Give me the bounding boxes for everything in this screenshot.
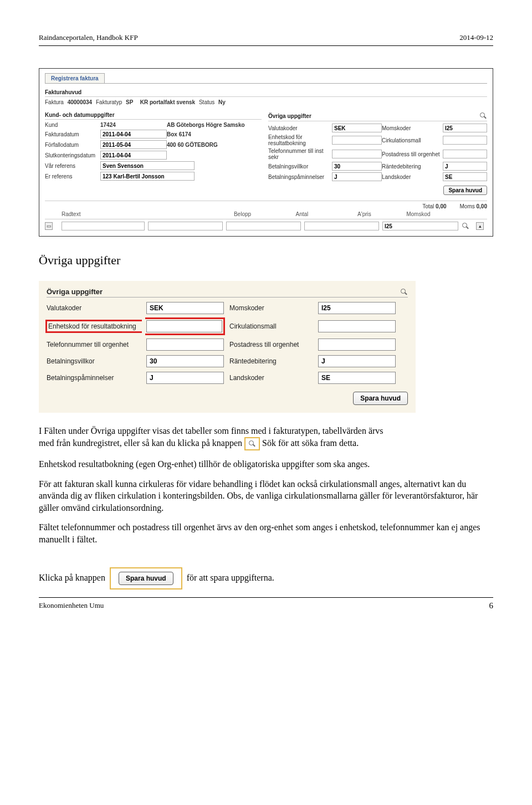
p2-tel-label: Telefonnummer till orgenhet — [47, 341, 141, 348]
p2-betpamin-input[interactable] — [146, 372, 224, 384]
betvillkor-input[interactable] — [332, 162, 382, 171]
footer-divider — [39, 597, 493, 598]
tab-registrera-faktura[interactable]: Registrera faktura — [45, 73, 105, 83]
betpamin-input[interactable] — [332, 172, 382, 181]
p2-tel-input[interactable] — [146, 339, 224, 351]
erref-input[interactable] — [100, 172, 195, 181]
total-value: 0,00 — [436, 203, 446, 209]
spara-huvud-button[interactable]: Spara huvud — [443, 186, 487, 195]
p2-momskoder-label: Momskoder — [229, 304, 313, 312]
radtext-input[interactable] — [62, 222, 145, 230]
total-label: Total — [422, 203, 434, 209]
kund-section-heading: Kund- och datumuppgifter — [45, 112, 262, 120]
fakturadatum-label: Fakturadatum — [45, 131, 100, 137]
body-paragraph-2: Enhetskod resultatbokning (egen Org-enhe… — [39, 458, 493, 470]
cirkmall-label: Cirkulationsmall — [382, 137, 443, 143]
body-paragraph-5: Klicka på knappen Spara huvud för att sp… — [39, 567, 493, 589]
erref-label: Er referens — [45, 173, 100, 180]
row-handle-icon[interactable]: ▭ — [45, 222, 53, 230]
postadr-label: Postadress till orgenhet — [382, 151, 443, 157]
p2-cirkmall-input[interactable] — [318, 320, 396, 332]
p2-landskoder-label: Landskoder — [229, 374, 313, 382]
line-table-header: Radtext Belopp Antal A'pris Momskod — [45, 209, 487, 219]
tel-inst-label: Telefonnummer till inst sekr — [268, 148, 332, 160]
inline-spara-huvud-button[interactable]: Spara huvud — [119, 572, 173, 585]
panel2-title: Övriga uppgifter — [47, 288, 103, 296]
betpamin-label: Betalningspåminnelser — [268, 174, 332, 180]
slutkont-input[interactable] — [100, 151, 167, 160]
forfallodatum-input[interactable] — [100, 140, 167, 149]
body-paragraph-3: För att fakturan skall kunna cirkuleras … — [39, 478, 493, 514]
p2-postadr-label: Postadress till orgenhet — [229, 341, 313, 348]
enhetskod-label: Enhetskod för resultatbokning — [268, 134, 332, 146]
landskoder-input[interactable] — [443, 172, 487, 181]
kund-adr2: 400 60 GÖTEBORG — [167, 142, 255, 148]
tel-inst-input[interactable] — [332, 150, 382, 158]
footer-left: Ekonomienheten Umu — [39, 601, 104, 611]
doc-date: 2014-09-12 — [459, 33, 493, 42]
momskoder-input[interactable] — [443, 124, 487, 132]
p2-betvillkor-label: Betalningsvillkor — [47, 357, 141, 365]
p2-betpamin-label: Betalningspåminnelser — [47, 374, 141, 382]
header-divider — [39, 45, 493, 46]
row-search-icon[interactable] — [462, 222, 469, 230]
page-number: 6 — [489, 601, 494, 611]
search-icon[interactable] — [479, 112, 487, 120]
fakturahuvud-heading: Fakturahuvud — [45, 89, 487, 97]
enhetskod-input[interactable] — [332, 136, 382, 145]
forfallodatum-label: Förfallodatum — [45, 142, 100, 148]
slutkont-label: Slutkonteringsdatum — [45, 152, 100, 158]
p2-rantedeb-input[interactable] — [318, 355, 396, 367]
line-table-row: ▭ ▴ — [45, 219, 487, 230]
moms-label: Moms — [460, 203, 475, 209]
kund-label: Kund — [45, 122, 100, 128]
moms-value: 0,00 — [477, 203, 487, 209]
p2-rantedeb-label: Räntedebitering — [229, 357, 313, 365]
screenshot-registrera-faktura: Registrera faktura Fakturahuvud Faktura … — [39, 68, 493, 237]
section-heading-ovriga: Övriga uppgifter — [39, 253, 493, 268]
screenshot-ovriga-uppgifter: Övriga uppgifter Valutakoder Momskoder E… — [39, 281, 416, 413]
p2-valutakoder-input[interactable] — [146, 302, 224, 314]
fakturadatum-input[interactable] — [100, 130, 167, 139]
postadr-input[interactable] — [443, 150, 487, 158]
varref-label: Vår referens — [45, 163, 100, 169]
kund-adr1: Box 6174 — [167, 131, 255, 137]
fakturahuvud-info: Faktura 40000034 Fakturatyp SP KR portal… — [45, 99, 487, 105]
p2-valutakoder-label: Valutakoder — [47, 304, 141, 312]
antal-input[interactable] — [226, 222, 301, 230]
ovriga-heading-small: Övriga uppgifter — [268, 112, 487, 121]
p2-betvillkor-input[interactable] — [146, 355, 224, 367]
row-momskod-input[interactable] — [382, 222, 458, 230]
p2-landskoder-input[interactable] — [318, 372, 396, 384]
doc-title: Raindanceportalen, Handbok KFP — [39, 33, 138, 42]
row-expand-icon[interactable]: ▴ — [476, 222, 484, 230]
apris-input[interactable] — [304, 222, 379, 230]
p2-enhetskod-input[interactable] — [146, 320, 222, 332]
body-paragraph-4: Fältet telefonnummer och postadress till… — [39, 521, 493, 545]
varref-input[interactable] — [100, 161, 195, 170]
search-icon[interactable] — [248, 440, 256, 448]
rantedeb-label: Räntedebitering — [382, 163, 443, 170]
cirkmall-input[interactable] — [443, 136, 487, 145]
belopp-input[interactable] — [148, 222, 223, 230]
kund-nr: 17424 — [100, 122, 167, 128]
momskoder-label: Momskoder — [382, 125, 443, 131]
landskoder-label: Landskoder — [382, 174, 443, 180]
inline-search-icon-box — [244, 437, 260, 450]
p2-cirkmall-label: Cirkulationsmall — [229, 322, 313, 330]
p2-spara-huvud-button[interactable]: Spara huvud — [353, 392, 408, 405]
kund-namn: AB Göteborgs Högre Samsko — [167, 122, 255, 128]
p2-momskoder-input[interactable] — [318, 302, 396, 314]
p2-postadr-input[interactable] — [318, 339, 396, 351]
body-paragraph-1: I Fälten under Övriga uppgifter visas de… — [39, 425, 493, 450]
p2-enhetskod-label: Enhetskod för resultatbokning — [45, 320, 142, 333]
valutakoder-label: Valutakoder — [268, 125, 332, 131]
inline-spara-huvud-box: Spara huvud — [110, 567, 182, 589]
search-icon[interactable] — [400, 288, 408, 296]
rantedeb-input[interactable] — [443, 162, 487, 171]
betvillkor-label: Betalningsvillkor — [268, 163, 332, 170]
valutakoder-input[interactable] — [332, 124, 382, 132]
